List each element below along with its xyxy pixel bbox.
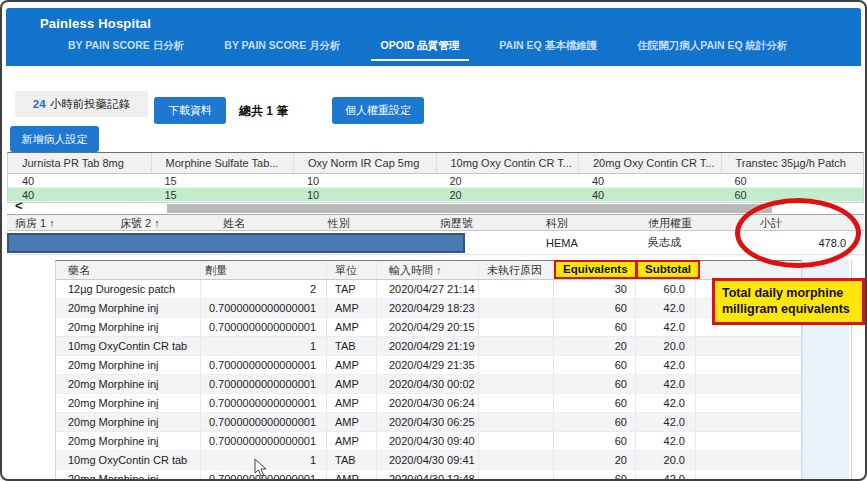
med-col-drug-name[interactable]: 藥名 bbox=[56, 261, 201, 279]
medication-cell: AMP bbox=[327, 356, 377, 374]
medication-cell-filler bbox=[696, 432, 801, 450]
weights-table-row[interactable]: 401510204060 bbox=[8, 174, 863, 188]
tab-pain-score-daily[interactable]: BY PAIN SCORE 日分析 bbox=[58, 39, 194, 61]
medication-cell: 60.0 bbox=[636, 280, 696, 298]
medication-cell: AMP bbox=[327, 299, 377, 317]
mouse-cursor-icon bbox=[254, 458, 267, 481]
medication-cell-filler bbox=[696, 451, 801, 469]
page-title: Painless Hospital bbox=[40, 16, 151, 31]
medication-cell-filler bbox=[696, 356, 801, 374]
medication-cell: 42.0 bbox=[636, 470, 696, 481]
med-col-unit[interactable]: 單位 bbox=[327, 261, 377, 279]
medication-table-body: 12µg Durogesic patch2TAP2020/04/27 21:14… bbox=[56, 280, 801, 481]
medication-table-row[interactable]: 20mg Morphine inj0.7000000000000001AMP20… bbox=[56, 470, 801, 481]
hours-filter-chip: 24 小時前投藥記錄 bbox=[15, 91, 148, 117]
medication-cell: 60 bbox=[554, 470, 636, 481]
medication-cell: 60 bbox=[554, 432, 636, 450]
medication-cell: TAB bbox=[327, 451, 377, 469]
medication-cell: 2020/04/30 09:41 bbox=[377, 451, 479, 469]
patient-col-name[interactable]: 姓名 bbox=[215, 215, 320, 231]
medication-table-header: 藥名 劑量 單位 輸入時間 ↑ 未執行原因 Equivalents Subtot… bbox=[56, 261, 801, 280]
weights-col-transtec[interactable]: Transtec 35µg/h Patch bbox=[721, 153, 864, 173]
medication-table-row[interactable]: 10mg OxyContin CR tab1TAB2020/04/30 09:4… bbox=[56, 451, 801, 470]
scroll-left-arrow-icon[interactable]: < bbox=[15, 198, 23, 213]
medication-cell: 2020/04/30 12:48 bbox=[377, 470, 479, 481]
tab-pain-score-monthly[interactable]: BY PAIN SCORE 月分析 bbox=[214, 39, 350, 61]
medication-cell: 0.7000000000000001 bbox=[201, 356, 327, 374]
medication-cell: 30 bbox=[554, 280, 636, 298]
add-patient-button[interactable]: 新增病人設定 bbox=[10, 126, 99, 152]
weights-cell: 40 bbox=[8, 188, 151, 202]
weights-col-morphine-sulfate[interactable]: Morphine Sulfate Tab... bbox=[151, 153, 294, 173]
medication-cell: 60 bbox=[554, 356, 636, 374]
medication-table-row[interactable]: 12µg Durogesic patch2TAP2020/04/27 21:14… bbox=[56, 280, 801, 299]
medication-table-row[interactable]: 20mg Morphine inj0.7000000000000001AMP20… bbox=[56, 413, 801, 432]
patient-col-chart-no[interactable]: 病歷號 bbox=[432, 215, 538, 231]
medication-cell: 2020/04/30 06:24 bbox=[377, 394, 479, 412]
medication-cell: 42.0 bbox=[636, 356, 696, 374]
medication-cell: 0.7000000000000001 bbox=[201, 432, 327, 450]
download-data-button[interactable]: 下載資料 bbox=[154, 97, 226, 124]
medication-table-row[interactable]: 20mg Morphine inj0.7000000000000001AMP20… bbox=[56, 432, 801, 451]
medication-cell: 42.0 bbox=[636, 432, 696, 450]
patient-department-cell: HEMA bbox=[538, 237, 640, 249]
tab-pain-eq-stats[interactable]: 住院開刀病人PAIN EQ 統計分析 bbox=[627, 39, 797, 61]
medication-cell: 42.0 bbox=[636, 375, 696, 393]
tab-bar: BY PAIN SCORE 日分析 BY PAIN SCORE 月分析 OPOI… bbox=[58, 39, 797, 61]
med-col-equivalents[interactable]: Equivalents bbox=[554, 261, 636, 279]
med-col-not-executed-reason[interactable]: 未執行原因 bbox=[479, 261, 554, 279]
medication-cell: AMP bbox=[327, 318, 377, 336]
hours-label: 小時前投藥記錄 bbox=[50, 97, 131, 112]
weights-table-body: 401510204060401510204060 bbox=[8, 174, 863, 202]
medication-cell: 2020/04/29 21:35 bbox=[377, 356, 479, 374]
weights-col-oxynorm[interactable]: Oxy Norm IR Cap 5mg bbox=[293, 153, 436, 173]
medication-cell: TAP bbox=[327, 280, 377, 298]
weights-table: Jurnista PR Tab 8mg Morphine Sulfate Tab… bbox=[7, 152, 864, 203]
patient-col-ward[interactable]: 病房 1 ↑ bbox=[7, 215, 112, 231]
medication-table-row[interactable]: 20mg Morphine inj0.7000000000000001AMP20… bbox=[56, 394, 801, 413]
medication-cell-filler bbox=[696, 394, 801, 412]
weights-col-jurnista[interactable]: Jurnista PR Tab 8mg bbox=[8, 153, 151, 173]
patient-col-sex[interactable]: 性別 bbox=[320, 215, 432, 231]
horizontal-scrollbar[interactable] bbox=[167, 204, 772, 213]
weights-cell: 40 bbox=[8, 174, 151, 188]
medication-cell: 0.7000000000000001 bbox=[201, 375, 327, 393]
header-bar: Painless Hospital BY PAIN SCORE 日分析 BY P… bbox=[6, 8, 861, 66]
medication-cell-filler bbox=[696, 337, 801, 355]
medication-cell: AMP bbox=[327, 394, 377, 412]
patient-col-bed[interactable]: 床號 2 ↑ bbox=[112, 215, 215, 231]
personal-weight-button[interactable]: 個人權重設定 bbox=[332, 97, 424, 124]
red-circle-annotation bbox=[735, 198, 861, 268]
medication-cell bbox=[479, 299, 554, 317]
app-window: Painless Hospital BY PAIN SCORE 日分析 BY P… bbox=[0, 0, 867, 481]
medication-cell: 20mg Morphine inj bbox=[56, 413, 201, 431]
medication-cell: 20mg Morphine inj bbox=[56, 375, 201, 393]
medication-table-row[interactable]: 20mg Morphine inj0.7000000000000001AMP20… bbox=[56, 318, 801, 337]
tab-pain-eq-basic[interactable]: PAIN EQ 基本檔維護 bbox=[489, 39, 607, 61]
patient-col-department[interactable]: 科別 bbox=[538, 215, 640, 231]
med-col-entry-time[interactable]: 輸入時間 ↑ bbox=[377, 261, 479, 279]
weights-cell: 15 bbox=[151, 174, 294, 188]
weights-col-oxycontin-10[interactable]: 10mg Oxy Contin CR T... bbox=[436, 153, 579, 173]
medication-cell: AMP bbox=[327, 413, 377, 431]
medication-cell: 20mg Morphine inj bbox=[56, 432, 201, 450]
weights-col-oxycontin-20[interactable]: 20mg Oxy Contin CR T... bbox=[578, 153, 721, 173]
medication-cell: 1 bbox=[201, 337, 327, 355]
medication-table-row[interactable]: 20mg Morphine inj0.7000000000000001AMP20… bbox=[56, 299, 801, 318]
medication-cell: TAB bbox=[327, 337, 377, 355]
medication-cell: 2020/04/29 21:19 bbox=[377, 337, 479, 355]
weights-table-row[interactable]: 401510204060 bbox=[8, 188, 863, 202]
medication-cell: 20 bbox=[554, 451, 636, 469]
medication-cell: 2020/04/30 09:40 bbox=[377, 432, 479, 450]
medication-cell: 12µg Durogesic patch bbox=[56, 280, 201, 298]
medication-cell: 60 bbox=[554, 299, 636, 317]
medication-table-row[interactable]: 20mg Morphine inj0.7000000000000001AMP20… bbox=[56, 375, 801, 394]
equivalents-highlight: Equivalents bbox=[554, 260, 637, 279]
medication-cell: 20.0 bbox=[636, 337, 696, 355]
medication-table-row[interactable]: 10mg OxyContin CR tab1TAB2020/04/29 21:1… bbox=[56, 337, 801, 356]
tab-opoid-quality[interactable]: OPOID 品質管理 bbox=[371, 39, 470, 61]
medication-cell: 2 bbox=[201, 280, 327, 298]
medication-table-row[interactable]: 20mg Morphine inj0.7000000000000001AMP20… bbox=[56, 356, 801, 375]
med-col-dose[interactable]: 劑量 bbox=[201, 261, 327, 279]
med-col-subtotal[interactable]: Subtotal bbox=[636, 261, 696, 279]
